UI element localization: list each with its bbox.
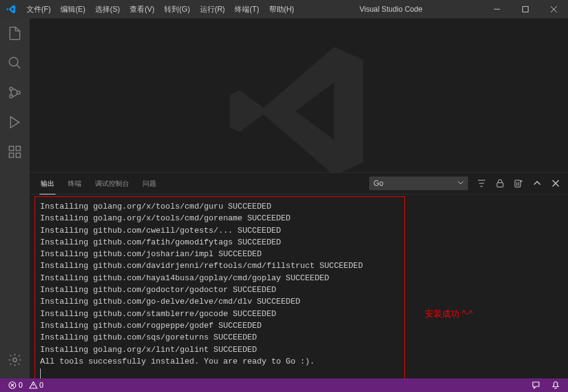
status-notifications[interactable] [549,381,562,390]
chevron-up-icon[interactable] [532,178,542,188]
output-line: Installing github.com/davidrjenni/reftoo… [40,260,399,272]
output-highlight-box: Installing golang.org/x/tools/cmd/guru S… [35,196,405,378]
activity-bar [0,19,30,378]
activity-debug[interactable] [0,107,30,137]
menu-help[interactable]: 帮助(H) [264,0,299,19]
panel-header: 输出 终端 调试控制台 问题 Go [30,173,568,194]
close-panel-icon[interactable] [551,178,561,188]
output-line: Installing github.com/haya14busa/goplay/… [40,272,399,284]
output-line: Installing github.com/josharian/impl SUC… [40,248,399,260]
output-channel-value: Go [374,179,383,188]
maximize-button[interactable] [511,0,540,19]
panel-content: Installing golang.org/x/tools/cmd/guru S… [30,194,568,378]
menu-view[interactable]: 查看(V) [125,0,159,19]
window-title: Visual Studio Code [299,5,483,14]
svg-rect-5 [9,146,14,151]
output-line: Installing github.com/go-delve/delve/cmd… [40,296,399,307]
status-errors[interactable]: 0 [6,381,25,390]
output-line: Installing github.com/fatih/gomodifytags… [40,236,399,248]
menu-run[interactable]: 运行(R) [195,0,230,19]
svg-point-1 [9,57,18,66]
chevron-down-icon [457,179,464,188]
svg-point-4 [17,91,20,94]
main-area: 输出 终端 调试控制台 问题 Go [0,19,568,378]
bell-icon [551,381,560,390]
warning-icon [29,381,38,390]
vscode-watermark-icon [219,31,379,172]
activity-source-control[interactable] [0,78,30,107]
panel-tabs: 输出 终端 调试控制台 问题 [40,173,369,194]
svg-rect-10 [497,183,503,187]
bottom-panel: 输出 终端 调试控制台 问题 Go [30,172,568,378]
vscode-logo-icon [0,4,22,14]
menu-terminal[interactable]: 终端(T) [230,0,264,19]
editor-area: 输出 终端 调试控制台 问题 Go [30,19,568,378]
menu-selection[interactable]: 选择(S) [90,0,125,19]
output-line: Installing github.com/stamblerre/gocode … [40,308,399,320]
output-line: All tools successfully installed. You ar… [40,356,399,367]
activity-settings[interactable] [0,345,30,375]
activity-extensions[interactable] [0,137,30,167]
svg-point-9 [13,358,17,362]
status-bar: 0 0 [0,378,568,392]
panel-tab-problems[interactable]: 问题 [141,173,157,194]
output-cursor [40,367,399,378]
menu-edit[interactable]: 编辑(E) [56,0,90,19]
feedback-icon [532,381,540,390]
svg-rect-0 [523,7,528,12]
activity-explorer[interactable] [0,19,30,48]
menu-bar: 文件(F) 编辑(E) 选择(S) 查看(V) 转到(G) 运行(R) 终端(T… [22,0,299,19]
output-line: Installing github.com/sqs/goreturns SUCC… [40,332,399,343]
svg-rect-7 [16,153,20,157]
error-count: 0 [19,381,23,390]
menu-go[interactable]: 转到(G) [159,0,194,19]
output-line: Installing github.com/rogpeppe/godef SUC… [40,320,399,332]
output-line: Installing github.com/godoctor/godoctor … [40,284,399,296]
panel-tab-output[interactable]: 输出 [40,173,56,194]
output-line: Installing golang.org/x/lint/golint SUCC… [40,344,399,356]
output-line: Installing golang.org/x/tools/cmd/guru S… [40,201,399,212]
activity-search[interactable] [0,48,30,78]
svg-point-2 [10,88,13,91]
svg-rect-11 [515,180,520,187]
panel-tab-debug-console[interactable]: 调试控制台 [94,173,130,194]
minimize-button[interactable] [483,0,511,19]
svg-point-3 [10,95,13,98]
output-channel-select[interactable]: Go [369,177,468,190]
panel-tab-terminal[interactable]: 终端 [67,173,83,194]
filter-icon[interactable] [477,178,487,188]
close-button[interactable] [540,0,568,19]
window-controls [483,0,568,19]
clear-output-icon[interactable] [514,178,524,188]
svg-rect-6 [9,153,14,157]
titlebar: 文件(F) 编辑(E) 选择(S) 查看(V) 转到(G) 运行(R) 终端(T… [0,0,568,19]
menu-file[interactable]: 文件(F) [22,0,56,19]
output-line: Installing golang.org/x/tools/cmd/gorena… [40,212,399,224]
error-icon [8,381,17,390]
annotation-label: 安装成功 ^-^ [425,309,473,320]
panel-actions: Go [369,177,561,190]
lock-icon[interactable] [495,178,505,188]
warning-count: 0 [40,381,44,390]
svg-rect-8 [16,146,20,151]
editor-background [30,19,568,172]
output-line: Installing github.com/cweill/gotests/...… [40,225,399,236]
status-warnings[interactable]: 0 [27,381,46,390]
status-feedback[interactable] [530,381,542,390]
